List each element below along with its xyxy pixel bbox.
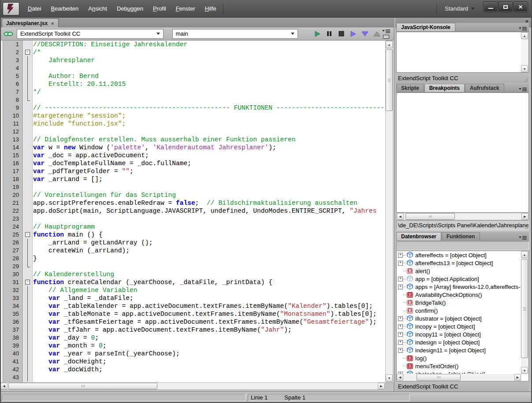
line-number[interactable]: 25 bbox=[3, 231, 22, 239]
menu-bearbeiten[interactable]: Bearbeiten bbox=[46, 0, 83, 18]
tab-skripte[interactable]: Skripte bbox=[396, 84, 424, 92]
code-line[interactable]: // Hauptprogramm bbox=[33, 223, 385, 231]
tree-item[interactable]: +apps = [Array] fireworks-12.0,aftereffe… bbox=[397, 283, 520, 291]
line-number[interactable]: 37 bbox=[3, 326, 22, 334]
line-number[interactable]: 12 bbox=[3, 128, 22, 136]
line-number[interactable]: 38 bbox=[3, 334, 22, 342]
code-fold-column[interactable]: --- bbox=[23, 41, 33, 382]
tree-item[interactable]: +incopy11 = [object Object] bbox=[397, 330, 520, 338]
code-line[interactable]: var _land = _dataFile; bbox=[33, 294, 385, 302]
code-line[interactable] bbox=[33, 96, 385, 104]
menu-ansicht[interactable]: Ansicht bbox=[83, 0, 112, 18]
code-line[interactable]: app.doScript(main, ScriptLanguage.JAVASC… bbox=[33, 207, 385, 215]
line-number[interactable]: 17 bbox=[3, 167, 22, 175]
expand-icon[interactable]: + bbox=[398, 253, 403, 258]
tree-hscrollbar[interactable]: ◀ ▶ bbox=[397, 374, 521, 381]
line-number[interactable]: 36 bbox=[3, 318, 22, 326]
expand-icon[interactable]: + bbox=[398, 372, 403, 374]
target-app-select[interactable]: ExtendScript Toolkit CC bbox=[17, 29, 164, 39]
console-output[interactable]: ▲ ▼ bbox=[396, 32, 529, 73]
menu-profil[interactable]: Profil bbox=[148, 0, 171, 18]
code-line[interactable] bbox=[33, 183, 385, 191]
expand-icon[interactable]: + bbox=[398, 285, 403, 289]
tab-jahresplaner[interactable]: Jahresplaner.jsx × bbox=[2, 18, 59, 27]
fold-toggle[interactable]: - bbox=[23, 48, 32, 56]
code-editor[interactable]: 1234567891011121314151617181920212223242… bbox=[0, 41, 394, 382]
code-line[interactable]: /* bbox=[33, 48, 385, 56]
line-number[interactable]: 41 bbox=[3, 358, 22, 366]
line-number[interactable]: 11 bbox=[3, 120, 22, 128]
line-number[interactable]: 34 bbox=[3, 302, 22, 310]
code-line[interactable]: var _pdfTargetFolder = ""; bbox=[33, 167, 385, 175]
editor-vscrollbar[interactable]: ▲ ▼ bbox=[385, 41, 393, 382]
code-line[interactable]: var _docHeight; bbox=[33, 358, 385, 366]
code-line[interactable]: var _tfJahr = app.activeDocument.textFra… bbox=[33, 326, 385, 334]
tree-item[interactable]: {}BridgeTalk() bbox=[397, 299, 520, 307]
toolbar-flyout[interactable] bbox=[382, 29, 390, 39]
tree-item[interactable]: {}log() bbox=[397, 354, 520, 362]
code-line[interactable]: var _docTemplateFullName = _doc.fullName… bbox=[33, 159, 385, 167]
line-number[interactable]: 7 bbox=[3, 88, 22, 96]
scroll-up-icon[interactable]: ▲ bbox=[521, 32, 528, 39]
code-line[interactable]: var _docWidth; bbox=[33, 366, 385, 373]
tree-item[interactable]: +app = [object Application] bbox=[397, 275, 520, 283]
line-number[interactable]: 40 bbox=[3, 350, 22, 358]
close-button[interactable]: ✕ bbox=[513, 2, 528, 12]
step-out-button[interactable] bbox=[372, 29, 382, 39]
code-line[interactable]: app.scriptPreferences.enableRedraw = fal… bbox=[33, 199, 385, 207]
code-line[interactable]: // -------------------------------------… bbox=[33, 104, 385, 112]
console-vscrollbar[interactable]: ▲ ▼ bbox=[521, 32, 528, 72]
line-number[interactable]: 42 bbox=[3, 366, 22, 373]
menu-datei[interactable]: Datei bbox=[23, 0, 46, 18]
expand-icon[interactable]: + bbox=[398, 324, 403, 329]
fold-toggle[interactable]: - bbox=[23, 231, 32, 239]
line-number[interactable]: 23 bbox=[3, 215, 22, 223]
expand-icon[interactable]: + bbox=[398, 332, 403, 337]
line-number[interactable]: 13 bbox=[3, 136, 22, 144]
code-line[interactable] bbox=[33, 373, 385, 381]
line-number[interactable]: 2 bbox=[3, 48, 22, 56]
code-line[interactable] bbox=[33, 64, 385, 72]
tab-javascript-konsole[interactable]: JavaScript-Konsole bbox=[396, 23, 455, 31]
line-number[interactable]: 28 bbox=[3, 255, 22, 263]
tree-item[interactable]: +incopy = [object Object] bbox=[397, 322, 520, 330]
databrowser-flyout[interactable] bbox=[519, 234, 527, 242]
code-line[interactable]: // Allgemeine Variablen bbox=[33, 286, 385, 294]
line-number[interactable]: 6 bbox=[3, 80, 22, 88]
scroll-right-icon[interactable]: ▶ bbox=[378, 383, 385, 389]
scroll-down-icon[interactable]: ▼ bbox=[521, 367, 528, 374]
tab-close-icon[interactable]: × bbox=[51, 21, 54, 26]
line-number[interactable]: 1 bbox=[3, 41, 22, 48]
line-number[interactable]: 18 bbox=[3, 175, 22, 183]
tree-item[interactable]: +photoshop = [object Object] bbox=[397, 370, 520, 373]
scroll-up-icon[interactable]: ▲ bbox=[521, 251, 528, 258]
code-line[interactable]: // Kalendererstellung bbox=[33, 270, 385, 278]
tab-datenbrowser[interactable]: Datenbrowser bbox=[396, 232, 441, 240]
code-line[interactable]: // Voreinstellungen für das Scripting bbox=[33, 191, 385, 199]
code-line[interactable]: var _year = parseInt(_yearChoose); bbox=[33, 350, 385, 358]
code-line[interactable]: _arrLand = getLandArray (); bbox=[33, 239, 385, 247]
line-number[interactable]: 8 bbox=[3, 96, 22, 104]
code-line[interactable]: var _arrLand = []; bbox=[33, 175, 385, 183]
code-line[interactable]: function createCalendar (_yearChoose, _d… bbox=[33, 278, 385, 286]
tree-item[interactable]: {}AvailabilityCheckOptions() bbox=[397, 291, 520, 299]
expand-icon[interactable]: + bbox=[398, 348, 403, 353]
line-number[interactable]: 33 bbox=[3, 294, 22, 302]
expand-icon[interactable]: + bbox=[398, 261, 403, 266]
tab-breakpoints[interactable]: Breakpoints bbox=[424, 84, 465, 92]
code-line[interactable]: #include "function.jsx"; bbox=[33, 120, 385, 128]
code-line[interactable]: var _month = 0; bbox=[33, 342, 385, 350]
line-number[interactable]: 43 bbox=[3, 373, 22, 381]
stop-button[interactable] bbox=[336, 29, 346, 39]
tree-item[interactable]: +aftereffects = [object Object] bbox=[397, 251, 520, 259]
workspace-dropdown[interactable]: Standard bbox=[439, 5, 481, 12]
app-icon[interactable] bbox=[3, 2, 19, 15]
expand-icon[interactable]: + bbox=[398, 277, 403, 281]
line-number[interactable]: 15 bbox=[3, 152, 22, 159]
tree-vscroll-thumb[interactable] bbox=[521, 259, 528, 358]
line-number[interactable]: 10 bbox=[3, 112, 22, 120]
code-line[interactable]: var _day = 0; bbox=[33, 334, 385, 342]
line-number-gutter[interactable]: 1234567891011121314151617181920212223242… bbox=[3, 41, 23, 382]
code-line[interactable]: var _doc = app.activeDocument; bbox=[33, 152, 385, 159]
fold-collapse-icon[interactable]: - bbox=[25, 232, 30, 237]
